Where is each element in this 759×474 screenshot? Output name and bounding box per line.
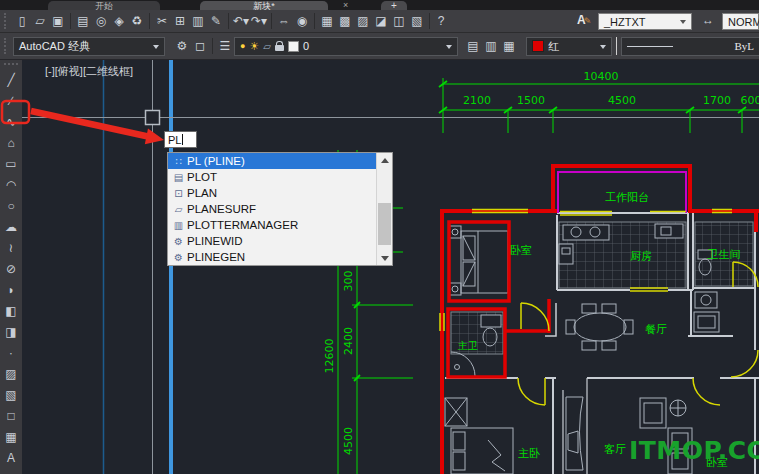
layer-states-icon[interactable]: ▤ [464,37,482,55]
suggestion-plot[interactable]: ▤PLOT [168,169,377,185]
layer-isolate-icon[interactable]: ▦ [500,37,518,55]
insert-block-tool[interactable]: ◧ [1,301,21,322]
workspace-layer-toolbar: AutoCAD 经典 ⚙ ◻ ☰ ● ☀ ▱ 0 ▤▥▦ 红 ByL [0,33,759,60]
design-center-button[interactable]: ▩ [336,12,354,30]
suggestion-label: PLINEWID [187,235,243,247]
suggestion-plan[interactable]: ⊡PLAN [168,185,377,201]
viewport-controls-label[interactable]: [-][俯视][二维线框] [45,64,133,79]
linetype-sample-line [627,46,673,47]
copy-button[interactable]: ⊞ [171,12,189,30]
calculator-button[interactable]: ▧ [408,12,426,30]
color-swatch-red [532,40,544,52]
sheet-set-button[interactable]: ◪ [372,12,390,30]
hatch-tool[interactable]: ▨ [1,364,21,385]
command-input[interactable]: PL [164,131,197,148]
room-label-balcony: 工作阳台 [605,191,649,204]
svg-text:1700: 1700 [703,94,731,107]
revision-cloud-tool[interactable]: ☁ [1,217,21,238]
toolbar-grip[interactable] [4,13,9,29]
spline-tool[interactable]: ≀ [1,238,21,259]
file-tab-bar: 开始 新块* × + [0,0,759,10]
make-block-tool[interactable]: ◨ [1,322,21,343]
layer-freeze-sun-icon[interactable]: ☀ [249,40,259,53]
svg-text:4500: 4500 [342,427,355,455]
model-space: 10400 2100 1500 4500 1700 600 12600 300 … [22,60,759,474]
layer-combo[interactable]: ● ☀ ▱ 0 [234,37,458,56]
redo-button[interactable]: ↷▾ [250,12,268,30]
scrollbar-thumb[interactable] [378,203,391,245]
scroll-down-arrow-icon[interactable] [377,251,392,265]
circle-tool[interactable]: ○ [1,196,21,217]
viewport-frame-icon[interactable]: ◻ [191,37,209,55]
chevron-down-icon [600,45,606,52]
print-button[interactable]: ▤ [74,12,92,30]
new-tab-button[interactable]: + [381,1,407,10]
dim-style-combo[interactable]: NORM [722,13,759,30]
suggestion-planesurf[interactable]: ▱PLANESURF [168,201,377,217]
ellipse-tool[interactable]: ⊘ [1,259,21,280]
match-properties-button[interactable]: ✎ [207,12,225,30]
nightstand [449,283,461,295]
ellipse-arc-tool[interactable]: ◗ [1,280,21,301]
tool-palettes-button[interactable]: ▨ [354,12,372,30]
tab-new-block[interactable]: 新块* [200,1,328,10]
suggestion-plinewid[interactable]: ⚙PLINEWID [168,233,377,249]
new-file-button[interactable]: ▯ [13,12,31,30]
region-tool[interactable]: □ [1,406,21,427]
point-tool[interactable]: ∙ [1,343,21,364]
suggestion-plinegen[interactable]: ⚙PLINEGEN [168,249,377,265]
tab-close-icon[interactable]: × [343,0,348,10]
workspace-value: AutoCAD 经典 [19,39,90,54]
pan-button[interactable]: ⇔ [275,12,293,30]
zoom-button[interactable]: ◉ [293,12,311,30]
svg-text:4500: 4500 [608,94,636,107]
publish-button[interactable]: ♻ [128,12,146,30]
workspace-combo[interactable]: AutoCAD 经典 [13,37,165,56]
layer-value: 0 [303,40,309,52]
arc-tool[interactable]: ◠ [1,175,21,196]
scrollbar[interactable] [376,153,392,265]
suggestion-plottermanager[interactable]: ▥PLOTTERMANAGER [168,217,377,233]
cut-button[interactable]: ✂ [153,12,171,30]
table-tool[interactable]: ▦ [1,427,21,448]
dim-style-icon[interactable]: ↔ [702,13,714,27]
layer-lock-icon[interactable] [275,45,284,51]
undo-button[interactable]: ↶▾ [232,12,250,30]
suggestion-label: PLINEGEN [187,251,245,263]
layer-viewport-icon[interactable]: ▱ [263,41,271,52]
layer-on-bulb-icon[interactable]: ● [240,41,245,51]
layer-previous-icon[interactable]: ▥ [482,37,500,55]
toolbar-grip[interactable] [4,38,9,54]
plot-preview-button[interactable]: ◎ [92,12,110,30]
toolbar-grip[interactable] [4,63,18,68]
polyline-tool[interactable]: ∿ [1,112,21,133]
markup-button[interactable]: ◫ [390,12,408,30]
open-button[interactable]: ▱ [31,12,49,30]
plot-button[interactable]: ◈ [110,12,128,30]
suggestion-label: PLAN [187,187,217,199]
svg-text:600: 600 [741,94,759,107]
tab-start[interactable]: 开始 [48,1,160,10]
text-style-combo[interactable]: _HZTXT [598,13,692,30]
polygon-tool[interactable]: ⌂ [1,133,21,154]
drawing-canvas[interactable]: 10400 2100 1500 4500 1700 600 12600 300 … [22,60,759,474]
mtext-tool[interactable]: A [1,448,21,469]
linetype-combo[interactable]: ByL [621,37,759,56]
gradient-tool[interactable]: ▧ [1,385,21,406]
properties-button[interactable]: ▦ [318,12,336,30]
text-style-icon[interactable]: A✎ [577,13,591,27]
chevron-down-icon [153,45,159,52]
rectangle-tool[interactable]: ▭ [1,154,21,175]
help-button[interactable]: ? [433,12,449,30]
paste-button[interactable]: ▥ [189,12,207,30]
suggestion-pl-pline[interactable]: ∷PL (PLINE) [168,153,377,169]
color-combo[interactable]: 红 [526,37,612,56]
save-button[interactable]: ▣ [49,12,67,30]
line-tool[interactable]: ╱ [1,70,21,91]
construction-line-tool[interactable]: ∕ [1,91,21,112]
scroll-up-arrow-icon[interactable] [377,153,392,167]
door-arc [731,350,758,377]
layer-properties-icon[interactable]: ☰ [216,37,234,55]
svg-text:300: 300 [342,271,355,292]
workspace-settings-gear-icon[interactable]: ⚙ [173,37,191,55]
